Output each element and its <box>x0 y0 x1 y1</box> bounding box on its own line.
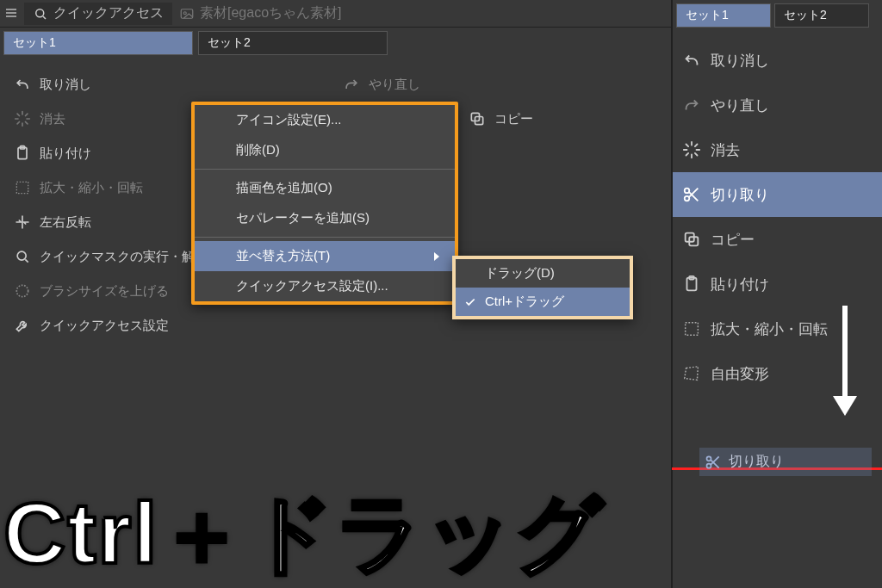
qa-label: コピー <box>494 111 533 127</box>
svg-point-0 <box>36 9 44 16</box>
r-redo[interactable]: やり直し <box>673 83 882 127</box>
qa-redo[interactable]: やり直し <box>336 67 665 102</box>
r-label: 切り取り <box>711 185 769 205</box>
svg-point-2 <box>183 11 186 14</box>
r-clear[interactable]: 消去 <box>673 127 882 172</box>
spinner-icon <box>14 110 31 127</box>
set-tabs-right: セット1 セット2 <box>673 0 882 31</box>
r-copy[interactable]: コピー <box>673 217 882 262</box>
sm-label: Ctrl+ドラッグ <box>485 294 564 308</box>
qa-label: クイックマスクの実行・解除 <box>40 249 208 265</box>
free-transform-icon <box>681 363 702 384</box>
r-label: 自由変形 <box>711 364 769 384</box>
scissors-icon <box>705 454 722 471</box>
r-cut[interactable]: 切り取り <box>673 172 882 217</box>
flip-icon <box>14 214 31 231</box>
svg-marker-39 <box>833 396 857 416</box>
chevron-right-icon <box>432 251 441 262</box>
left-panel: クイックアクセス 素材[egacoちゃん素材] セット1 セット2 取り消し <box>0 0 671 588</box>
cm-icon-settings[interactable]: アイコン設定(E)... <box>195 105 455 135</box>
svg-rect-34 <box>686 323 699 336</box>
redo-icon <box>343 76 360 93</box>
transform-icon <box>681 319 702 339</box>
quickmask-icon <box>14 248 31 265</box>
right-panel: セット1 セット2 取り消し やり直し 消去 切り取り コピー <box>671 0 882 588</box>
check-icon <box>464 296 476 308</box>
context-menu: アイコン設定(E)... 削除(D) 描画色を追加(O) セパレーターを追加(S… <box>191 102 458 305</box>
set-tab-2[interactable]: セット2 <box>774 3 869 28</box>
cm-add-drawing-color[interactable]: 描画色を追加(O) <box>195 173 455 203</box>
annotation-big-label: Ctrl＋ドラッグ <box>3 477 605 588</box>
r-label: 貼り付け <box>711 275 769 294</box>
svg-line-6 <box>26 122 28 124</box>
svg-point-17 <box>17 251 26 260</box>
qa-undo[interactable]: 取り消し <box>7 67 336 102</box>
cm-delete[interactable]: 削除(D) <box>195 135 455 165</box>
svg-line-5 <box>17 114 19 115</box>
spinner-icon <box>681 139 702 160</box>
set-tab-1[interactable]: セット1 <box>676 3 771 28</box>
qa-label: 左右反転 <box>40 214 91 231</box>
svg-marker-35 <box>685 367 699 381</box>
paste-icon <box>14 145 31 162</box>
set-tab-2[interactable]: セット2 <box>198 31 388 55</box>
qa-label: 消去 <box>40 111 65 127</box>
materials-icon <box>179 6 195 22</box>
r-label: コピー <box>711 230 755 250</box>
cm-add-separator[interactable]: セパレーターを追加(S) <box>195 203 455 233</box>
transform-icon <box>14 179 31 196</box>
r-label: 消去 <box>711 140 740 160</box>
qa-label: ブラシサイズを上げる <box>40 283 169 300</box>
svg-rect-1 <box>181 9 193 18</box>
qa-label: 取り消し <box>40 77 91 93</box>
cm-separator <box>195 237 455 238</box>
svg-line-22 <box>686 144 688 146</box>
set-tab-1[interactable]: セット1 <box>3 31 193 55</box>
svg-rect-15 <box>16 182 28 193</box>
r-label: 取り消し <box>711 51 769 71</box>
undo-icon <box>681 50 702 71</box>
r-undo[interactable]: 取り消し <box>673 38 882 83</box>
tab-strip: クイックアクセス 素材[egacoちゃん素材] <box>0 0 671 28</box>
set-tabs: セット1 セット2 <box>0 28 671 59</box>
qa-label: クイックアクセス設定 <box>40 318 169 334</box>
qa-label: やり直し <box>369 77 420 93</box>
ghost-label: 切り取り <box>729 453 784 471</box>
qa-label: 貼り付け <box>40 145 91 162</box>
svg-line-27 <box>695 144 698 146</box>
wrench-icon <box>14 317 31 334</box>
tab-materials[interactable]: 素材[egacoちゃん素材] <box>172 4 348 22</box>
scissors-icon <box>681 184 702 205</box>
copy-icon <box>469 110 486 127</box>
quick-access-icon <box>33 6 48 22</box>
tab-quick-access[interactable]: クイックアクセス <box>24 3 172 25</box>
tab-label: 素材[egacoちゃん素材] <box>200 4 341 22</box>
cm-label: 並べ替え方法(T) <box>236 248 330 263</box>
cm-separator <box>195 169 455 170</box>
cm-sort-method[interactable]: 並べ替え方法(T) <box>195 241 455 271</box>
brush-up-icon <box>14 282 31 300</box>
r-label: 拡大・縮小・回転 <box>711 319 828 339</box>
tab-label: クイックアクセス <box>53 4 164 22</box>
redo-icon <box>681 95 702 115</box>
cm-qa-settings[interactable]: クイックアクセス設定(I)... <box>195 271 455 301</box>
svg-line-23 <box>695 153 698 156</box>
svg-line-10 <box>26 114 28 115</box>
drag-ghost: 切り取り <box>699 448 872 476</box>
undo-icon <box>14 76 31 93</box>
sm-ctrl-drag[interactable]: Ctrl+ドラッグ <box>456 288 630 316</box>
annotation-arrow-down-icon <box>831 306 859 418</box>
paste-icon <box>681 274 702 294</box>
svg-point-18 <box>16 285 28 296</box>
hamburger-icon[interactable] <box>5 7 19 21</box>
r-label: やり直し <box>711 96 769 115</box>
context-submenu: ドラッグ(D) Ctrl+ドラッグ <box>452 256 633 319</box>
svg-line-26 <box>686 153 688 156</box>
svg-line-9 <box>17 122 19 124</box>
qa-label: 拡大・縮小・回転 <box>40 180 143 196</box>
qa-clear[interactable]: 消去 <box>7 102 210 136</box>
copy-icon <box>681 229 702 250</box>
r-paste[interactable]: 貼り付け <box>673 262 882 306</box>
sm-drag[interactable]: ドラッグ(D) <box>456 259 630 288</box>
